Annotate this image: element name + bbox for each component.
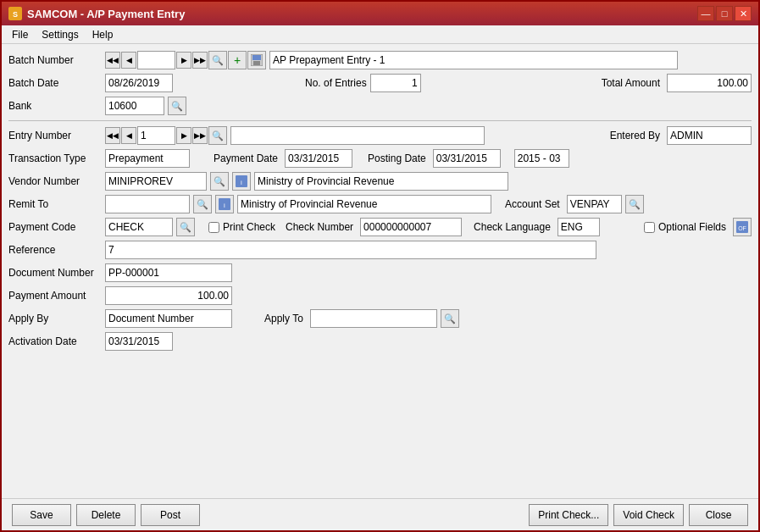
vendor-name-input[interactable]: Ministry of Provincial Revenue	[254, 172, 508, 191]
account-set-label: Account Set	[505, 198, 560, 210]
entry-first-btn[interactable]: ◀◀	[105, 127, 120, 144]
batch-add-btn[interactable]: +	[228, 51, 247, 69]
vendor-detail-btn[interactable]: i	[232, 172, 251, 191]
batch-prev-btn[interactable]: ◀	[121, 52, 136, 69]
main-window: S SAMCOM - A/P Payment Entry — □ ✕ File …	[0, 0, 760, 532]
account-set-search-btn[interactable]: 🔍	[625, 195, 644, 213]
apply-to-input[interactable]	[310, 309, 437, 328]
reference-row: Reference 7	[8, 241, 752, 259]
print-check-checkbox[interactable]	[208, 222, 219, 233]
svg-text:i: i	[224, 202, 225, 209]
bank-search-btn[interactable]: 🔍	[168, 97, 186, 115]
optional-fields-btn[interactable]: OF	[733, 218, 752, 236]
batch-search-btn[interactable]: 🔍	[208, 51, 227, 69]
batch-last-btn[interactable]: ▶▶	[192, 52, 208, 69]
apply-to-search-btn[interactable]: 🔍	[441, 309, 459, 328]
payment-amount-row: Payment Amount 100.00	[8, 286, 752, 305]
menu-file[interactable]: File	[5, 27, 35, 42]
bank-input[interactable]: 10600	[105, 97, 164, 115]
apply-row: Apply By Document Number Apply To 🔍	[8, 309, 752, 328]
batch-number-row: Batch Number ◀◀ ◀ ▶ ▶▶ 🔍 +	[8, 51, 752, 69]
check-number-input[interactable]: 000000000007	[360, 218, 462, 236]
document-number-row: Document Number PP-000001	[8, 263, 752, 282]
remit-search-btn[interactable]: 🔍	[193, 195, 212, 213]
payment-code-row: Payment Code CHECK 🔍 Print Check Check N…	[8, 218, 752, 236]
check-language-input[interactable]: ENG	[558, 218, 600, 236]
menu-settings[interactable]: Settings	[35, 27, 85, 42]
entry-last-btn[interactable]: ▶▶	[192, 127, 208, 144]
remit-to-input[interactable]	[105, 195, 190, 213]
print-check-label: Print Check	[223, 221, 275, 233]
entry-nav-controls: ◀◀ ◀ 1 ▶ ▶▶ 🔍	[105, 126, 227, 145]
svg-rect-3	[252, 55, 261, 60]
batch-first-btn[interactable]: ◀◀	[105, 52, 120, 69]
batch-save-btn[interactable]	[247, 51, 266, 69]
vendor-search-btn[interactable]: 🔍	[210, 172, 229, 191]
maximize-button[interactable]: □	[716, 6, 733, 21]
menu-bar: File Settings Help	[2, 25, 758, 44]
close-window-button[interactable]: ✕	[735, 6, 752, 21]
delete-button[interactable]: Delete	[76, 504, 136, 526]
entry-number-row: Entry Number ◀◀ ◀ 1 ▶ ▶▶ 🔍 Entered By AD…	[8, 126, 752, 145]
batch-date-input[interactable]: 08/26/2019	[105, 74, 173, 92]
void-check-button[interactable]: Void Check	[613, 504, 684, 526]
batch-description-input[interactable]: AP Prepayment Entry - 1	[269, 51, 678, 69]
entered-by-input[interactable]: ADMIN	[667, 126, 752, 145]
batch-next-btn[interactable]: ▶	[176, 52, 191, 69]
vendor-number-input[interactable]: MINIPROREV	[105, 172, 207, 191]
account-set-input[interactable]: VENPAY	[567, 195, 622, 213]
document-number-input[interactable]: PP-000001	[105, 263, 232, 282]
bottom-action-bar: Save Delete Post Print Check... Void Che…	[2, 498, 758, 530]
document-number-label: Document Number	[8, 267, 102, 279]
entry-prev-btn[interactable]: ◀	[121, 127, 136, 144]
no-entries-label: No. of Entries	[305, 77, 367, 89]
total-amount-input[interactable]: 100.00	[667, 74, 752, 92]
payment-code-search-btn[interactable]: 🔍	[176, 218, 195, 236]
minimize-button[interactable]: —	[697, 6, 714, 21]
svg-text:S: S	[13, 10, 18, 19]
check-number-label: Check Number	[286, 221, 353, 233]
entry-search-btn[interactable]: 🔍	[208, 126, 227, 145]
trans-type-label: Transaction Type	[8, 152, 102, 164]
payment-code-input[interactable]: CHECK	[105, 218, 173, 236]
batch-number-input[interactable]	[137, 51, 175, 69]
svg-rect-4	[253, 61, 260, 65]
activation-date-input[interactable]: 03/31/2015	[105, 332, 173, 351]
payment-date-input[interactable]: 03/31/2015	[285, 149, 352, 168]
no-entries-input[interactable]: 1	[370, 74, 421, 92]
batch-section: Batch Number ◀◀ ◀ ▶ ▶▶ 🔍 +	[8, 51, 752, 351]
trans-type-row: Transaction Type Prepayment Payment Date…	[8, 149, 752, 168]
apply-by-label: Apply By	[8, 313, 102, 324]
vendor-number-label: Vendor Number	[8, 175, 102, 187]
trans-type-input[interactable]: Prepayment	[105, 149, 190, 168]
posting-date-input[interactable]: 03/31/2015	[433, 149, 501, 168]
svg-text:OF: OF	[738, 225, 746, 231]
entry-number-input[interactable]: 1	[137, 126, 175, 145]
section-separator-1	[8, 120, 752, 121]
form-content: Batch Number ◀◀ ◀ ▶ ▶▶ 🔍 +	[2, 44, 758, 498]
entry-text-input[interactable]	[230, 126, 485, 145]
batch-date-label: Batch Date	[8, 77, 102, 89]
entry-next-btn[interactable]: ▶	[176, 127, 191, 144]
remit-name-input[interactable]: Ministry of Provincial Revenue	[237, 195, 491, 213]
close-button[interactable]: Close	[689, 504, 748, 526]
print-check-button[interactable]: Print Check...	[529, 504, 608, 526]
year-period-input[interactable]: 2015 - 03	[514, 149, 569, 168]
bank-row: Bank 10600 🔍	[8, 97, 752, 115]
bank-label: Bank	[8, 100, 102, 112]
reference-input[interactable]: 7	[105, 241, 596, 259]
remit-detail-btn[interactable]: i	[215, 195, 234, 213]
menu-help[interactable]: Help	[86, 27, 120, 42]
payment-code-label: Payment Code	[8, 221, 102, 233]
bottom-right-buttons: Print Check... Void Check Close	[529, 504, 748, 526]
payment-date-label: Payment Date	[214, 152, 278, 164]
vendor-number-row: Vendor Number MINIPROREV 🔍 i Ministry of…	[8, 172, 752, 191]
save-button[interactable]: Save	[12, 504, 71, 526]
payment-amount-input[interactable]: 100.00	[105, 286, 232, 305]
optional-fields-checkbox[interactable]	[644, 222, 655, 233]
remit-to-row: Remit To 🔍 i Ministry of Provincial Reve…	[8, 195, 752, 213]
apply-to-label: Apply To	[264, 313, 303, 324]
post-button[interactable]: Post	[141, 504, 200, 526]
svg-text:i: i	[241, 179, 242, 186]
apply-by-input[interactable]: Document Number	[105, 309, 232, 328]
